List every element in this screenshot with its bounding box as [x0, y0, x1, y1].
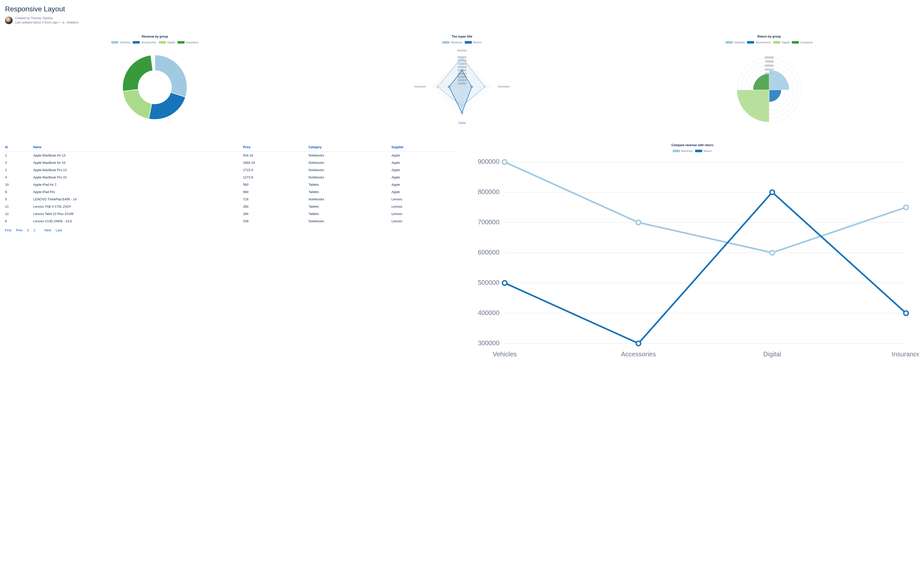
svg-point-30: [437, 86, 438, 87]
svg-text:900000: 900000: [478, 158, 500, 165]
polar-chart: 400000500000600000700000800000: [729, 47, 810, 128]
svg-point-68: [636, 220, 641, 224]
table-row[interactable]: 9Apple iPad Pro690TabletsApple: [5, 188, 458, 196]
svg-point-72: [636, 341, 641, 346]
svg-text:Insurance: Insurance: [892, 350, 919, 358]
table-row[interactable]: 5LENOVO ThinkPad E495 - 14718NotebooksLe…: [5, 196, 458, 203]
col-id[interactable]: Id: [5, 143, 33, 152]
pager-last[interactable]: Last: [56, 228, 62, 232]
table-row[interactable]: 12Lenovo Tab4 10 Plus ZA2M284TabletsLeno…: [5, 210, 458, 218]
chart-legend: Revenue Return: [466, 149, 919, 152]
svg-point-67: [502, 159, 507, 164]
col-category[interactable]: Category: [308, 143, 392, 152]
chart-title: Revenue by group: [5, 35, 304, 38]
svg-text:600000: 600000: [478, 249, 500, 256]
svg-point-70: [904, 205, 908, 209]
table-row[interactable]: 2Apple MacBook Pro 131715.9NotebooksAppl…: [5, 166, 458, 174]
col-supplier[interactable]: Supplier: [392, 143, 458, 152]
pager-next[interactable]: Next: [44, 228, 51, 232]
chart-legend: Vehicles Accessories Digital Insurance: [5, 41, 304, 44]
created-by: Created by Thomas Opiolka: [15, 16, 78, 20]
chart-title: The super title: [312, 35, 612, 38]
svg-text:800000: 800000: [478, 188, 500, 195]
svg-text:600000: 600000: [765, 64, 774, 67]
svg-text:700000: 700000: [478, 218, 500, 226]
svg-point-35: [448, 86, 450, 87]
svg-point-28: [484, 86, 485, 87]
chart-title: Return by group: [620, 35, 919, 38]
page-title: Responsive Layout: [5, 5, 919, 13]
svg-text:500000: 500000: [478, 279, 500, 286]
page-meta: Created by Thomas Opiolka Last updated a…: [5, 16, 919, 25]
svg-point-32: [461, 69, 463, 71]
data-table: IdNamePriceCategorySupplier 1Apple MacBo…: [5, 143, 458, 225]
line-chart: 3000004000005000006000007000008000009000…: [466, 155, 919, 363]
svg-text:Accessories: Accessories: [621, 350, 656, 358]
data-table-wrap: IdNamePriceCategorySupplier 1Apple MacBo…: [5, 143, 458, 232]
svg-text:700000: 700000: [765, 60, 774, 63]
svg-point-73: [770, 190, 774, 194]
col-price[interactable]: Price: [243, 143, 308, 152]
table-row[interactable]: 1Apple MacBook Air 13916.19NotebooksAppl…: [5, 152, 458, 159]
chart-return-by-group: Return by group Vehicles Accessories Dig…: [620, 35, 919, 128]
table-row[interactable]: 4Apple MacBook Pro 151273.9NotebooksAppl…: [5, 174, 458, 181]
avatar[interactable]: [5, 17, 13, 24]
svg-text:300000: 300000: [478, 340, 500, 346]
table-row[interactable]: 11Lenovo TAB 3 X70L ZA0Y260TabletsLenovo: [5, 203, 458, 210]
analytics-icon: [62, 21, 65, 24]
svg-text:Digital: Digital: [763, 350, 781, 358]
svg-text:Vehicles: Vehicles: [457, 49, 467, 52]
chart-revenue-by-group: Revenue by group Vehicles Accessories Di…: [5, 35, 304, 128]
chart-legend: Revenue Return: [312, 41, 612, 44]
analytics-link[interactable]: Analytics: [66, 20, 78, 25]
svg-point-27: [461, 57, 463, 58]
doughnut-chart: [114, 47, 195, 128]
table-row[interactable]: 6Lenovo V130-15IKB - 15,6339NotebooksLen…: [5, 218, 458, 225]
svg-text:Accessories: Accessories: [498, 85, 510, 88]
svg-text:Insurance: Insurance: [414, 85, 426, 88]
svg-text:800000: 800000: [765, 56, 774, 59]
updated-label: Last updated about 3 hours ago: [15, 20, 58, 25]
pager-first[interactable]: First: [5, 228, 11, 232]
svg-point-71: [502, 280, 507, 285]
svg-text:Digital: Digital: [458, 121, 465, 124]
svg-point-33: [471, 86, 472, 87]
svg-point-34: [461, 112, 463, 113]
col-name[interactable]: Name: [33, 143, 243, 152]
table-row[interactable]: 3Apple MacBook Air 151694.19NotebooksApp…: [5, 159, 458, 166]
pager: First Prev 12 Next Last: [5, 228, 458, 232]
pager-page-1[interactable]: 1: [27, 228, 29, 232]
chart-legend: Vehicles Accessories Digital Insurance: [620, 41, 919, 44]
radar-chart: VehiclesAccessoriesDigitalInsurance10000…: [414, 47, 510, 127]
table-row[interactable]: 10Apple iPad Air 2590TabletsApple: [5, 181, 458, 188]
chart-title: Compare revenue with return: [466, 143, 919, 147]
chart-compare: Compare revenue with return Revenue Retu…: [466, 143, 919, 364]
svg-point-74: [904, 311, 908, 315]
svg-text:Vehicles: Vehicles: [492, 350, 517, 358]
pager-page-2[interactable]: 2: [33, 228, 35, 232]
svg-text:400000: 400000: [478, 309, 500, 316]
svg-point-69: [770, 250, 774, 255]
chart-radar: The super title Revenue Return VehiclesA…: [312, 35, 612, 128]
pager-prev[interactable]: Prev: [16, 228, 22, 232]
